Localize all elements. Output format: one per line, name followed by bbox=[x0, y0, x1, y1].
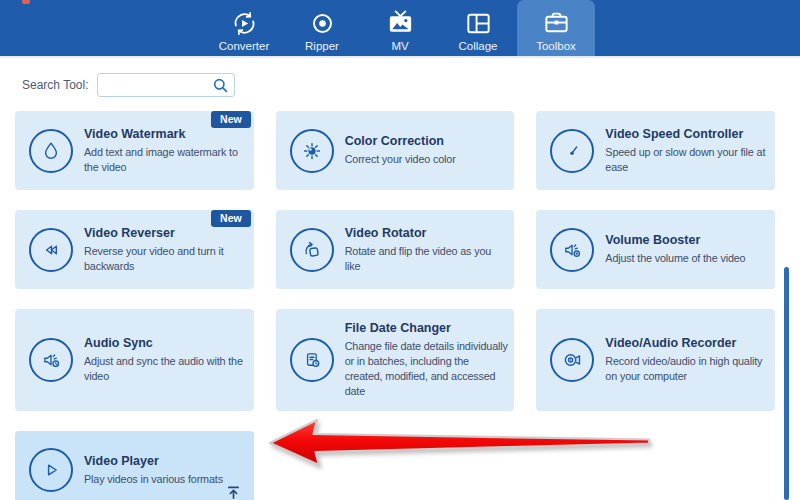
rewind-icon bbox=[38, 237, 64, 263]
tool-card-video-player[interactable]: Video Player Play videos in various form… bbox=[15, 431, 254, 500]
tool-title: Video Rotator bbox=[345, 226, 511, 240]
tool-grid: New Video Watermark Add text and image w… bbox=[15, 111, 775, 500]
tool-card-text: Video Speed Controller Speed up or slow … bbox=[605, 127, 771, 175]
tool-icon-circle bbox=[29, 129, 73, 173]
tool-card-file-date-changer[interactable]: File Date Changer Change file date detai… bbox=[276, 309, 515, 411]
tab-label: Converter bbox=[219, 40, 270, 52]
tool-card-video-speed-controller[interactable]: Video Speed Controller Speed up or slow … bbox=[536, 111, 775, 190]
tool-card-text: Video/Audio Recorder Record video/audio … bbox=[605, 336, 771, 384]
play-icon bbox=[38, 457, 64, 483]
tool-card-text: File Date Changer Change file date detai… bbox=[345, 321, 511, 399]
new-badge: New bbox=[211, 111, 251, 128]
speaker-clock-icon bbox=[38, 347, 64, 373]
search-box[interactable] bbox=[97, 73, 235, 97]
tool-description: Record video/audio in high quality on yo… bbox=[605, 354, 771, 384]
tool-icon-circle bbox=[29, 228, 73, 272]
vertical-scrollbar-thumb[interactable] bbox=[784, 267, 789, 500]
search-label: Search Tool: bbox=[22, 78, 89, 92]
tool-description: Play videos in various formats bbox=[84, 472, 225, 487]
tab-label: Collage bbox=[459, 40, 498, 52]
volume-plus-icon bbox=[559, 237, 585, 263]
tool-title: Video Reverser bbox=[84, 226, 250, 240]
tool-title: Video/Audio Recorder bbox=[605, 336, 771, 350]
tool-icon-circle bbox=[290, 129, 334, 173]
tool-title: Volume Booster bbox=[605, 233, 747, 247]
tool-card-video-audio-recorder[interactable]: Video/Audio Recorder Record video/audio … bbox=[536, 309, 775, 411]
tool-description: Change file date details individually or… bbox=[345, 339, 511, 399]
tab-collage[interactable]: Collage bbox=[439, 0, 517, 56]
tool-description: Adjust and sync the audio with the video bbox=[84, 354, 250, 384]
tool-icon-circle bbox=[290, 228, 334, 272]
tool-title: Video Player bbox=[84, 454, 225, 468]
recorder-icon bbox=[559, 347, 585, 373]
tool-icon-circle bbox=[29, 448, 73, 492]
tool-card-text: Video Watermark Add text and image water… bbox=[84, 127, 250, 175]
tool-description: Adjust the volume of the video bbox=[605, 251, 747, 266]
tool-icon-circle bbox=[29, 338, 73, 382]
tool-card-video-watermark[interactable]: New Video Watermark Add text and image w… bbox=[15, 111, 254, 190]
tool-description: Speed up or slow down your file at ease bbox=[605, 145, 771, 175]
tool-description: Rotate and flip the video as you like bbox=[345, 244, 511, 274]
sun-icon bbox=[299, 138, 325, 164]
tool-card-text: Volume Booster Adjust the volume of the … bbox=[605, 233, 747, 266]
converter-icon bbox=[230, 8, 259, 39]
logo-fragment bbox=[22, 0, 30, 4]
rotate-icon bbox=[299, 237, 325, 263]
watermark-drop-icon bbox=[38, 138, 64, 164]
tab-ripper[interactable]: Ripper bbox=[283, 0, 361, 56]
tool-title: Video Speed Controller bbox=[605, 127, 771, 141]
top-navigation: Converter Ripper MV Collage Toolbox bbox=[0, 0, 800, 58]
tab-label: MV bbox=[391, 40, 408, 52]
new-badge: New bbox=[211, 210, 251, 227]
tool-card-volume-booster[interactable]: Volume Booster Adjust the volume of the … bbox=[536, 210, 775, 289]
tool-card-text: Video Reverser Reverse your video and tu… bbox=[84, 226, 250, 274]
tool-title: Video Watermark bbox=[84, 127, 250, 141]
tool-card-video-reverser[interactable]: New Video Reverser Reverse your video an… bbox=[15, 210, 254, 289]
tool-card-audio-sync[interactable]: Audio Sync Adjust and sync the audio wit… bbox=[15, 309, 254, 411]
tool-icon-circle bbox=[550, 129, 594, 173]
tool-card-text: Video Player Play videos in various form… bbox=[84, 454, 225, 487]
tool-description: Correct your video color bbox=[345, 152, 458, 167]
tab-label: Toolbox bbox=[536, 40, 576, 52]
search-input[interactable] bbox=[98, 74, 287, 96]
speedometer-icon bbox=[559, 138, 585, 164]
tool-card-video-rotator[interactable]: Video Rotator Rotate and flip the video … bbox=[276, 210, 515, 289]
ripper-icon bbox=[308, 8, 337, 39]
tool-title: Audio Sync bbox=[84, 336, 250, 350]
scroll-top-icon[interactable] bbox=[225, 484, 242, 500]
tab-toolbox[interactable]: Toolbox bbox=[517, 0, 595, 56]
search-row: Search Tool: bbox=[22, 73, 800, 97]
tool-card-text: Audio Sync Adjust and sync the audio wit… bbox=[84, 336, 250, 384]
tool-icon-circle bbox=[290, 338, 334, 382]
tab-mv[interactable]: MV bbox=[361, 0, 439, 56]
nav-tabs: Converter Ripper MV Collage Toolbox bbox=[205, 0, 595, 56]
tab-converter[interactable]: Converter bbox=[205, 0, 283, 56]
tool-card-text: Video Rotator Rotate and flip the video … bbox=[345, 226, 511, 274]
tool-icon-circle bbox=[550, 228, 594, 272]
tool-description: Add text and image watermark to the vide… bbox=[84, 145, 250, 175]
tool-description: Reverse your video and turn it backwards bbox=[84, 244, 250, 274]
file-clock-icon bbox=[299, 347, 325, 373]
mv-icon bbox=[386, 8, 415, 39]
search-icon[interactable] bbox=[212, 77, 229, 98]
tool-title: File Date Changer bbox=[345, 321, 511, 335]
tool-card-text: Color Correction Correct your video colo… bbox=[345, 134, 458, 167]
tool-card-color-correction[interactable]: Color Correction Correct your video colo… bbox=[276, 111, 515, 190]
toolbox-icon bbox=[542, 8, 571, 39]
collage-icon bbox=[464, 8, 493, 39]
tab-label: Ripper bbox=[305, 40, 339, 52]
tool-title: Color Correction bbox=[345, 134, 458, 148]
tool-icon-circle bbox=[550, 338, 594, 382]
